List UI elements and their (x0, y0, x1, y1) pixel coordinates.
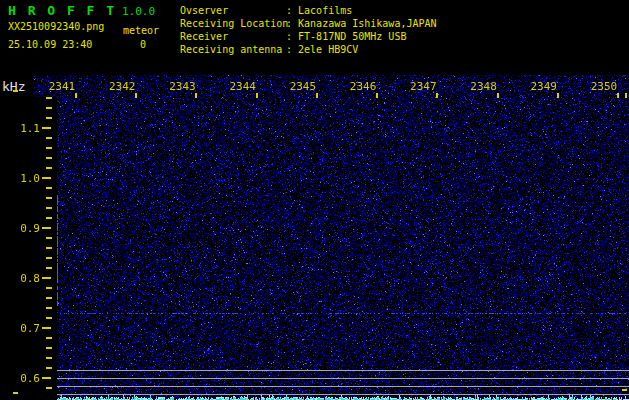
info-value: Lacofilms (286, 5, 352, 16)
freq-minor-tick (46, 237, 52, 239)
info-label: Receiving Location (180, 17, 286, 30)
app-title: H R O F F T (8, 3, 116, 18)
scale-end-mark (622, 389, 627, 391)
time-tick-label: 2341 (49, 80, 76, 93)
datetime: 25.10.09 23:40 (8, 39, 92, 50)
scale-end-mark (13, 90, 18, 92)
freq-minor-tick (46, 217, 52, 219)
freq-minor-tick (46, 157, 52, 159)
time-tick-label: 2345 (290, 80, 317, 93)
freq-minor-tick (46, 207, 52, 209)
freq-minor-tick (46, 267, 52, 269)
time-tick-label: 2350 (591, 80, 618, 93)
info-value: FT-817ND 50MHz USB (286, 31, 406, 42)
freq-minor-tick (46, 137, 52, 139)
freq-minor-tick (46, 287, 52, 289)
time-tick-mark (557, 93, 559, 98)
output-filename: XX2510092340.png (8, 21, 104, 32)
freq-minor-tick (46, 107, 52, 109)
mode-label: meteor (123, 25, 159, 36)
freq-minor-tick (46, 117, 52, 119)
time-tick-mark (75, 93, 77, 98)
freq-tick-mark (42, 377, 51, 379)
time-tick-mark (376, 93, 378, 98)
info-label: Receiver (180, 30, 286, 43)
freq-tick-label: 0.6 (6, 372, 40, 385)
time-tick-label: 2349 (531, 80, 558, 93)
time-tick-mark (497, 93, 499, 98)
spectrogram-canvas (33, 75, 629, 400)
freq-tick-mark (42, 177, 51, 179)
time-tick-mark (135, 93, 137, 98)
freq-minor-tick (46, 357, 52, 359)
freq-minor-tick (46, 167, 52, 169)
station-info-row: OvserverLacofilms (180, 4, 437, 17)
freq-minor-tick (46, 337, 52, 339)
info-value: 2ele HB9CV (286, 44, 358, 55)
freq-tick-mark (42, 277, 51, 279)
time-tick-label: 2346 (350, 80, 377, 93)
freq-tick-mark (42, 227, 51, 229)
freq-minor-tick (46, 147, 52, 149)
freq-tick-label: 0.9 (6, 222, 40, 235)
freq-minor-tick (46, 197, 52, 199)
freq-tick-label: 0.7 (6, 322, 40, 335)
freq-minor-tick (46, 307, 52, 309)
info-value: Kanazawa Ishikawa,JAPAN (286, 18, 437, 29)
freq-minor-tick (46, 187, 52, 189)
freq-minor-tick (46, 387, 52, 389)
time-tick-label: 2343 (169, 80, 196, 93)
info-label: Receiving antenna (180, 43, 286, 56)
time-tick-label: 2344 (229, 80, 256, 93)
freq-minor-tick (46, 297, 52, 299)
freq-minor-tick (46, 257, 52, 259)
freq-tick-label: 1.0 (6, 172, 40, 185)
time-tick-mark (436, 93, 438, 98)
time-tick-mark (625, 93, 627, 98)
time-tick-mark (256, 93, 258, 98)
freq-minor-tick (46, 247, 52, 249)
time-tick-mark (316, 93, 318, 98)
info-label: Ovserver (180, 4, 286, 17)
meteor-count: 0 (140, 39, 146, 50)
station-info: OvserverLacofilmsReceiving LocationKanaz… (180, 4, 437, 56)
freq-minor-tick (46, 347, 52, 349)
time-tick-label: 2347 (410, 80, 437, 93)
scale-end-mark (13, 392, 18, 394)
station-info-row: Receiving antenna2ele HB9CV (180, 43, 437, 56)
freq-tick-label: 1.1 (6, 122, 40, 135)
freq-tick-label: 0.8 (6, 272, 40, 285)
app-version: 1.0.0 (122, 5, 155, 18)
hrofft-window: H R O F F T 1.0.0 XX2510092340.png meteo… (0, 0, 629, 400)
station-info-row: Receiving LocationKanazawa Ishikawa,JAPA… (180, 17, 437, 30)
time-tick-mark (617, 93, 619, 98)
station-info-row: ReceiverFT-817ND 50MHz USB (180, 30, 437, 43)
time-tick-label: 2342 (109, 80, 136, 93)
freq-tick-mark (42, 127, 51, 129)
freq-minor-tick (46, 97, 52, 99)
freq-tick-mark (42, 327, 51, 329)
time-tick-mark (195, 93, 197, 98)
time-tick-label: 2348 (470, 80, 497, 93)
freq-minor-tick (46, 367, 52, 369)
freq-minor-tick (46, 317, 52, 319)
